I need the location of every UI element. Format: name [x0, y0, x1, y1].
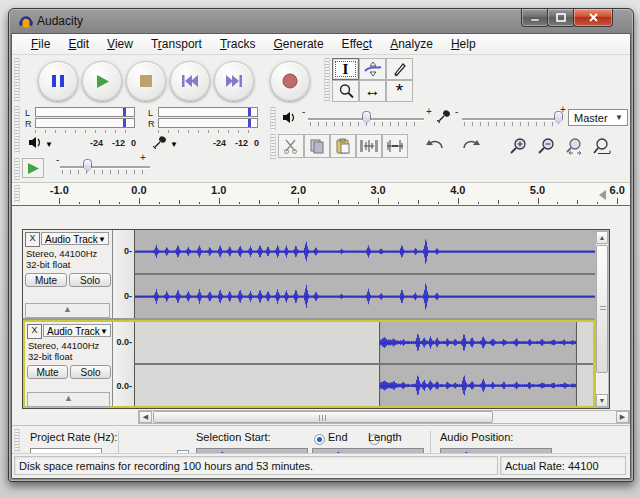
scale-label: -24: [90, 138, 103, 148]
meter-toolbar-grip[interactable]: [14, 106, 20, 154]
track-title-menu[interactable]: Audio Track▼: [43, 324, 111, 337]
input-volume-slider[interactable]: [462, 110, 562, 126]
time-shift-tool-button[interactable]: ↔: [359, 80, 386, 102]
output-volume-slider[interactable]: [308, 110, 424, 126]
horizontal-scrollbar[interactable]: ◀ ▶: [138, 410, 630, 424]
playback-meter-right-bar[interactable]: [35, 118, 135, 128]
fit-selection-button[interactable]: [560, 134, 588, 158]
close-button[interactable]: [573, 9, 613, 27]
collapse-track-button[interactable]: ▲: [25, 303, 110, 318]
skip-to-end-button[interactable]: [214, 61, 254, 101]
waveform-track2-left[interactable]: [135, 322, 593, 363]
paste-button[interactable]: [330, 134, 356, 158]
zoom-out-button[interactable]: [532, 134, 560, 158]
recording-meter-right-bar[interactable]: [158, 118, 258, 128]
play-at-speed-button[interactable]: [22, 158, 44, 178]
waveform-track1-left[interactable]: [135, 230, 595, 273]
selection-tool-button[interactable]: I: [332, 58, 359, 80]
playback-meter-left-bar[interactable]: [35, 107, 135, 117]
zoom-tool-button[interactable]: [332, 80, 359, 102]
vertical-scrollbar[interactable]: ▲ ▼: [595, 230, 609, 408]
vertical-scroll-thumb[interactable]: [596, 245, 608, 373]
recording-meter-dropdown-icon[interactable]: ▼: [170, 140, 178, 149]
copy-button[interactable]: [304, 134, 330, 158]
transport-toolbar-grip[interactable]: [14, 58, 20, 102]
peak-indicator: [248, 108, 251, 116]
edit-toolbar-grip[interactable]: [270, 134, 276, 160]
pause-button[interactable]: [38, 61, 78, 101]
scale-label: -12: [235, 138, 248, 148]
menu-file[interactable]: File: [22, 35, 59, 53]
menu-tracks[interactable]: Tracks: [211, 35, 265, 53]
peak-indicator: [123, 108, 126, 116]
solo-button[interactable]: Solo: [69, 273, 111, 287]
minimize-button[interactable]: [521, 9, 549, 27]
waveform-track2-right[interactable]: [135, 365, 593, 406]
ruler-label: 4.0: [450, 184, 465, 196]
minus-label: -: [302, 106, 305, 117]
close-track-button[interactable]: X: [27, 324, 42, 339]
skip-to-start-button[interactable]: [170, 61, 210, 101]
menu-edit[interactable]: Edit: [59, 35, 98, 53]
microphone-icon: [436, 109, 451, 124]
slider-ticks: [464, 122, 560, 126]
draw-tool-button[interactable]: [386, 58, 413, 80]
playback-meter-right-label: R: [25, 119, 32, 129]
multi-tool-button[interactable]: *: [386, 80, 413, 102]
track-title-menu[interactable]: Audio Track▼: [41, 232, 109, 245]
silence-audio-button[interactable]: [382, 134, 408, 158]
title-bar[interactable]: Audacity: [9, 9, 633, 33]
slider-ticks: [62, 170, 148, 174]
menu-help[interactable]: Help: [442, 35, 485, 53]
track-1-vertical-ruler[interactable]: 0- 0-: [113, 230, 135, 318]
playback-speed-slider[interactable]: [60, 158, 150, 174]
track-format: Stereo, 44100Hz: [26, 248, 97, 259]
mixer-toolbar-grip[interactable]: [270, 107, 276, 131]
menu-bar: FileEditViewTransportTracksGenerateEffec…: [12, 34, 630, 55]
scroll-down-button[interactable]: ▼: [596, 394, 608, 407]
menu-effect[interactable]: Effect: [333, 35, 382, 53]
scroll-left-button[interactable]: ◀: [139, 411, 152, 423]
thumb-grip: [319, 415, 327, 421]
mute-button[interactable]: Mute: [27, 365, 68, 379]
fit-project-button[interactable]: [588, 134, 616, 158]
scissors-icon: [283, 138, 299, 154]
menu-view[interactable]: View: [98, 35, 142, 53]
timeline-ruler[interactable]: -1.00.01.02.03.04.05.06.0: [12, 183, 630, 206]
zoom-in-button[interactable]: [504, 134, 532, 158]
redo-button[interactable]: [456, 134, 486, 158]
collapse-track-button[interactable]: ▲: [27, 392, 110, 407]
ruler-tick: [239, 202, 240, 204]
recording-meter-left-bar[interactable]: [158, 107, 258, 117]
menu-generate[interactable]: Generate: [264, 35, 332, 53]
undo-button[interactable]: [420, 134, 450, 158]
envelope-tool-button[interactable]: [359, 58, 386, 80]
maximize-button[interactable]: [547, 9, 575, 27]
ruler-tick: [438, 202, 439, 204]
ruler-tick: [617, 198, 618, 204]
ruler-label: -1.0: [50, 184, 69, 196]
cut-button[interactable]: [278, 134, 304, 158]
play-button[interactable]: [82, 61, 122, 101]
tools-toolbar-grip[interactable]: [324, 58, 330, 102]
scroll-right-button[interactable]: ▶: [616, 411, 629, 423]
stop-button[interactable]: [126, 61, 166, 101]
playback-meter-dropdown-icon[interactable]: ▼: [45, 140, 53, 149]
mute-button[interactable]: Mute: [25, 273, 67, 287]
end-radio[interactable]: [314, 434, 325, 445]
scroll-up-button[interactable]: ▲: [596, 231, 608, 244]
waveform-track1-right[interactable]: [135, 275, 595, 318]
close-track-button[interactable]: X: [25, 232, 40, 247]
track-bitdepth: 32-bit float: [26, 259, 70, 270]
disk-space-text: Disk space remains for recording 100 hou…: [19, 460, 313, 472]
actual-rate-panel: Actual Rate: 44100: [500, 456, 626, 475]
device-select[interactable]: Master▼: [568, 109, 628, 126]
menu-analyze[interactable]: Analyze: [381, 35, 442, 53]
solo-button[interactable]: Solo: [70, 365, 111, 379]
transcription-toolbar-grip[interactable]: [14, 158, 20, 180]
menu-transport[interactable]: Transport: [142, 35, 211, 53]
trim-audio-button[interactable]: [356, 134, 382, 158]
horizontal-scroll-thumb[interactable]: [153, 411, 493, 423]
track-2-vertical-ruler[interactable]: 0.0- 0.0-: [113, 322, 135, 406]
record-button[interactable]: [270, 61, 310, 101]
